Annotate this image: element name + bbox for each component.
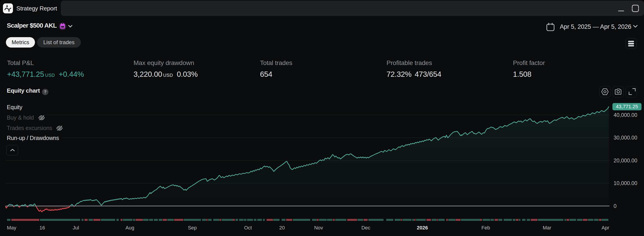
svg-text:20,000.00: 20,000.00 <box>614 158 638 163</box>
svg-text:Sep: Sep <box>188 225 197 231</box>
svg-text:Oct: Oct <box>244 225 252 231</box>
svg-text:16: 16 <box>40 225 45 231</box>
svg-text:Mar: Mar <box>543 225 551 231</box>
svg-text:40,000.00: 40,000.00 <box>614 112 638 118</box>
svg-text:30,000.00: 30,000.00 <box>614 135 638 141</box>
svg-text:Aug: Aug <box>125 225 134 231</box>
svg-text:0: 0 <box>614 203 616 209</box>
svg-text:20: 20 <box>279 225 285 231</box>
svg-text:Nov: Nov <box>314 225 323 231</box>
svg-text:2026: 2026 <box>417 225 428 231</box>
svg-text:43,771.25: 43,771.25 <box>616 104 638 110</box>
svg-text:Feb: Feb <box>482 225 490 231</box>
svg-text:Jul: Jul <box>73 225 79 231</box>
svg-text:Apr: Apr <box>602 225 609 231</box>
svg-text:May: May <box>7 225 16 231</box>
svg-text:Dec: Dec <box>361 225 370 231</box>
svg-text:10,000.00: 10,000.00 <box>614 180 638 186</box>
